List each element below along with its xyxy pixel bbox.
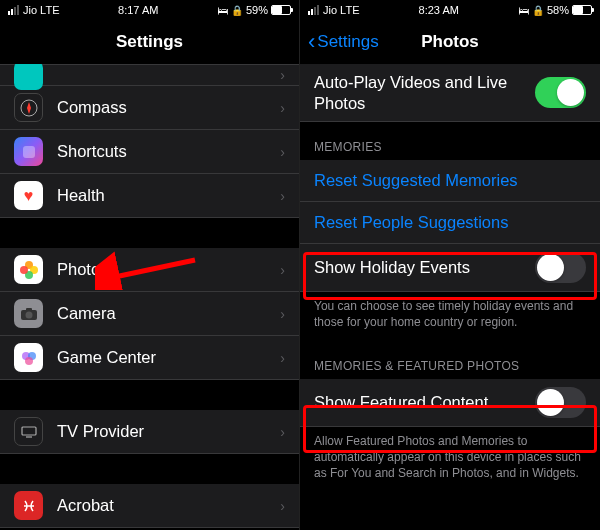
row-label: Game Center (57, 348, 280, 367)
compass-icon (14, 93, 43, 122)
svg-rect-5 (26, 308, 32, 311)
chevron-right-icon: › (280, 306, 285, 322)
tv-icon (14, 417, 43, 446)
row-label: Show Featured Content (314, 392, 535, 413)
signal-icon (308, 5, 319, 15)
chevron-right-icon: › (280, 144, 285, 160)
status-bar: Jio LTE 8:23 AM 🛏 🔒 58% (300, 0, 600, 20)
bed-icon: 🛏 (217, 4, 228, 16)
autoplay-toggle[interactable] (535, 77, 586, 108)
carrier-label: Jio LTE (23, 4, 59, 16)
row-camera[interactable]: Camera › (0, 292, 299, 336)
back-label: Settings (317, 32, 378, 52)
chevron-right-icon: › (280, 424, 285, 440)
gamecenter-icon (14, 343, 43, 372)
section-header-featured: MEMORIES & FEATURED PHOTOS (300, 341, 600, 379)
clock: 8:17 AM (59, 4, 216, 16)
row-label: Camera (57, 304, 280, 323)
row-compass[interactable]: Compass › (0, 86, 299, 130)
shortcuts-icon (14, 137, 43, 166)
row-photos[interactable]: Photos › (0, 248, 299, 292)
nav-bar: ‹ Settings Photos (300, 20, 600, 64)
battery-icon (572, 5, 592, 15)
row-featured: Show Featured Content (300, 379, 600, 427)
chevron-right-icon: › (280, 262, 285, 278)
row-label: Photos (57, 260, 280, 279)
acrobat-icon (14, 491, 43, 520)
svg-point-8 (25, 357, 33, 365)
svg-point-4 (25, 311, 32, 318)
chevron-right-icon: › (280, 100, 285, 116)
bed-icon: 🛏 (518, 4, 529, 16)
health-icon: ♥ (14, 181, 43, 210)
row-label: TV Provider (57, 422, 280, 441)
carrier-label: Jio LTE (323, 4, 359, 16)
reset-people-button[interactable]: Reset People Suggestions (300, 202, 600, 244)
chevron-right-icon: › (280, 188, 285, 204)
chevron-right-icon: › (280, 67, 285, 83)
row-shortcuts[interactable]: Shortcuts › (0, 130, 299, 174)
battery-percent: 59% (246, 4, 268, 16)
svg-rect-9 (22, 427, 36, 435)
row-hidden-top[interactable]: › (0, 64, 299, 86)
row-label: Health (57, 186, 280, 205)
battery-percent: 58% (547, 4, 569, 16)
row-holiday: Show Holiday Events (300, 244, 600, 292)
chevron-left-icon: ‹ (308, 29, 315, 55)
holiday-footer: You can choose to see timely holiday eve… (300, 292, 600, 340)
app-icon (14, 61, 43, 90)
row-label: Show Holiday Events (314, 257, 535, 278)
nav-bar: Settings (0, 20, 299, 64)
page-title: Photos (421, 32, 479, 52)
back-button[interactable]: ‹ Settings (308, 29, 379, 55)
settings-screen: Jio LTE 8:17 AM 🛏 🔒 59% Settings › Compa… (0, 0, 300, 530)
photos-settings-screen: Jio LTE 8:23 AM 🛏 🔒 58% ‹ Settings Photo… (300, 0, 600, 530)
row-health[interactable]: ♥ Health › (0, 174, 299, 218)
signal-icon (8, 5, 19, 15)
status-bar: Jio LTE 8:17 AM 🛏 🔒 59% (0, 0, 299, 20)
chevron-right-icon: › (280, 498, 285, 514)
clock: 8:23 AM (359, 4, 517, 16)
reset-memories-button[interactable]: Reset Suggested Memories (300, 160, 600, 202)
battery-icon (271, 5, 291, 15)
page-title: Settings (116, 32, 183, 52)
featured-footer: Allow Featured Photos and Memories to au… (300, 427, 600, 492)
photos-icon (14, 255, 43, 284)
row-label: Shortcuts (57, 142, 280, 161)
svg-marker-1 (27, 102, 31, 114)
camera-icon (14, 299, 43, 328)
section-header-memories: MEMORIES (300, 122, 600, 160)
chevron-right-icon: › (280, 350, 285, 366)
row-gamecenter[interactable]: Game Center › (0, 336, 299, 380)
row-tvprovider[interactable]: TV Provider › (0, 410, 299, 454)
lock-icon: 🔒 (532, 5, 544, 16)
row-label: Auto-Play Videos and Live Photos (314, 72, 535, 113)
row-autoplay: Auto-Play Videos and Live Photos (300, 64, 600, 122)
holiday-toggle[interactable] (535, 252, 586, 283)
row-acrobat[interactable]: Acrobat › (0, 484, 299, 528)
row-label: Acrobat (57, 496, 280, 515)
svg-rect-2 (23, 146, 35, 158)
row-label: Compass (57, 98, 280, 117)
featured-toggle[interactable] (535, 387, 586, 418)
lock-icon: 🔒 (231, 5, 243, 16)
